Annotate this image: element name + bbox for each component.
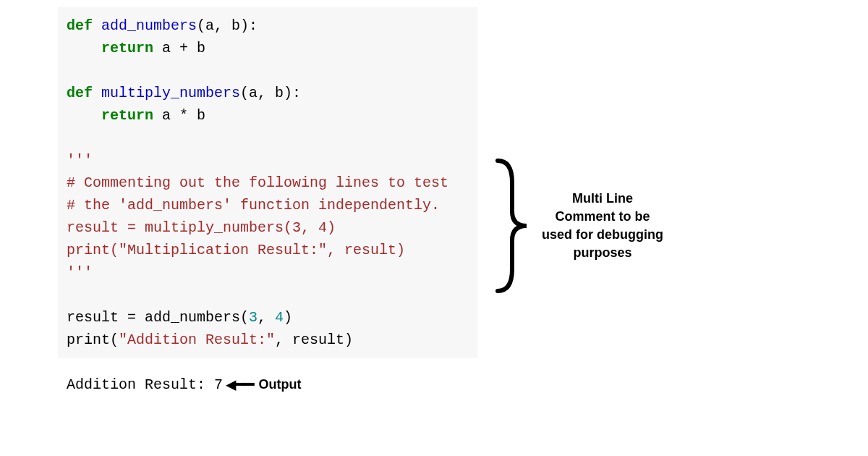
params-multiply: (a, b):	[240, 85, 301, 101]
params-add: (a, b):	[197, 17, 258, 34]
keyword-def: def	[67, 85, 93, 101]
close-paren: )	[284, 309, 292, 326]
print-string: "Addition Result:"	[119, 332, 275, 348]
brace-annotation: Multi Line Comment to be used for debugg…	[490, 153, 664, 298]
triple-quote-close: '''	[67, 264, 93, 281]
keyword-return: return	[101, 40, 153, 56]
arrow-left-icon: ◀━━	[226, 374, 252, 395]
function-name-add: add_numbers	[101, 17, 197, 34]
print-rest: , result)	[275, 332, 353, 348]
comment-line-2: # the 'add_numbers' function independent…	[67, 197, 440, 214]
annotation-label: Multi Line Comment to be used for debugg…	[541, 190, 664, 263]
comma: ,	[258, 309, 275, 326]
result-assign: result = add_numbers(	[67, 309, 249, 326]
function-name-multiply: multiply_numbers	[101, 85, 240, 101]
print-call: print(	[67, 332, 119, 348]
commented-code-2: print("Multiplication Result:", result)	[67, 242, 405, 258]
output-label: Output	[258, 377, 301, 392]
keyword-def: def	[67, 17, 93, 34]
output-text: Addition Result: 7	[67, 376, 223, 393]
code-block: def add_numbers(a, b): return a + b def …	[58, 7, 477, 358]
curly-brace-icon	[490, 153, 534, 298]
arg-4: 4	[275, 309, 284, 326]
expr-multiply: a * b	[153, 107, 205, 124]
arg-3: 3	[249, 309, 258, 326]
triple-quote-open: '''	[67, 152, 93, 169]
expr-add: a + b	[153, 40, 205, 56]
code-content: def add_numbers(a, b): return a + b def …	[58, 7, 477, 358]
commented-code-1: result = multiply_numbers(3, 4)	[67, 219, 336, 236]
comment-line-1: # Commenting out the following lines to …	[67, 174, 448, 191]
output-section: Addition Result: 7 ◀━━ Output	[67, 374, 868, 395]
keyword-return: return	[101, 107, 153, 124]
